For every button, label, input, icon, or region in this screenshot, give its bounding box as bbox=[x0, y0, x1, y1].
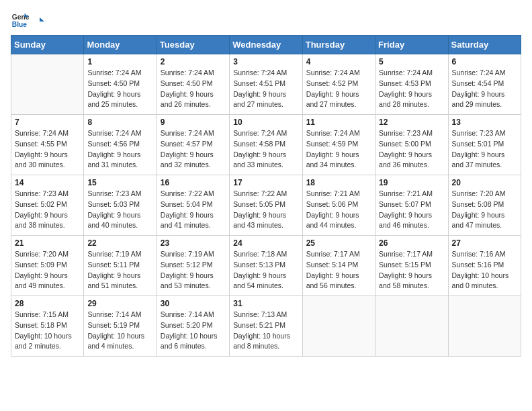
day-info: Sunrise: 7:23 AMSunset: 5:01 PMDaylight:… bbox=[452, 128, 517, 171]
day-number: 19 bbox=[379, 178, 444, 187]
calendar-cell: 3Sunrise: 7:24 AMSunset: 4:51 PMDaylight… bbox=[230, 54, 302, 115]
day-info: Sunrise: 7:24 AMSunset: 4:52 PMDaylight:… bbox=[306, 68, 371, 110]
calendar-cell: 9Sunrise: 7:24 AMSunset: 4:57 PMDaylight… bbox=[157, 115, 229, 175]
calendar-cell: 18Sunrise: 7:21 AMSunset: 5:06 PMDayligh… bbox=[302, 175, 375, 236]
calendar-cell: 16Sunrise: 7:22 AMSunset: 5:04 PMDayligh… bbox=[157, 175, 229, 236]
day-number: 31 bbox=[233, 299, 298, 308]
calendar-cell: 19Sunrise: 7:21 AMSunset: 5:07 PMDayligh… bbox=[375, 175, 448, 236]
weekday-header-saturday: Saturday bbox=[448, 36, 521, 54]
day-info: Sunrise: 7:24 AMSunset: 4:55 PMDaylight:… bbox=[15, 128, 80, 171]
calendar-cell: 5Sunrise: 7:24 AMSunset: 4:53 PMDaylight… bbox=[375, 54, 448, 115]
calendar-cell bbox=[11, 54, 84, 115]
week-row-2: 7Sunrise: 7:24 AMSunset: 4:55 PMDaylight… bbox=[11, 115, 521, 175]
logo-arrow-icon bbox=[34, 15, 46, 28]
day-info: Sunrise: 7:17 AMSunset: 5:14 PMDaylight:… bbox=[306, 249, 371, 291]
day-info: Sunrise: 7:24 AMSunset: 4:57 PMDaylight:… bbox=[161, 128, 226, 171]
day-number: 21 bbox=[15, 238, 80, 248]
calendar-cell: 26Sunrise: 7:17 AMSunset: 5:15 PMDayligh… bbox=[375, 236, 448, 296]
calendar-cell bbox=[448, 296, 521, 357]
day-info: Sunrise: 7:24 AMSunset: 4:50 PMDaylight:… bbox=[161, 68, 226, 110]
day-number: 8 bbox=[87, 118, 152, 127]
day-number: 1 bbox=[87, 57, 152, 66]
day-info: Sunrise: 7:23 AMSunset: 5:02 PMDaylight:… bbox=[15, 189, 80, 231]
day-number: 25 bbox=[306, 238, 371, 248]
calendar-cell: 21Sunrise: 7:20 AMSunset: 5:09 PMDayligh… bbox=[11, 236, 84, 296]
day-number: 23 bbox=[161, 238, 226, 248]
calendar-cell: 20Sunrise: 7:20 AMSunset: 5:08 PMDayligh… bbox=[448, 175, 521, 236]
day-info: Sunrise: 7:24 AMSunset: 4:59 PMDaylight:… bbox=[306, 128, 371, 171]
calendar-cell: 25Sunrise: 7:17 AMSunset: 5:14 PMDayligh… bbox=[302, 236, 375, 296]
logo: General Blue bbox=[11, 11, 46, 30]
week-row-4: 21Sunrise: 7:20 AMSunset: 5:09 PMDayligh… bbox=[11, 236, 521, 296]
day-info: Sunrise: 7:24 AMSunset: 4:58 PMDaylight:… bbox=[233, 128, 298, 171]
calendar-cell: 8Sunrise: 7:24 AMSunset: 4:56 PMDaylight… bbox=[84, 115, 157, 175]
day-info: Sunrise: 7:24 AMSunset: 4:51 PMDaylight:… bbox=[233, 68, 298, 110]
calendar-cell bbox=[302, 296, 375, 357]
calendar-cell: 6Sunrise: 7:24 AMSunset: 4:54 PMDaylight… bbox=[448, 54, 521, 115]
day-number: 11 bbox=[306, 118, 371, 127]
day-info: Sunrise: 7:24 AMSunset: 4:50 PMDaylight:… bbox=[87, 68, 152, 110]
calendar-cell: 14Sunrise: 7:23 AMSunset: 5:02 PMDayligh… bbox=[11, 175, 84, 236]
day-info: Sunrise: 7:24 AMSunset: 4:56 PMDaylight:… bbox=[87, 128, 152, 171]
svg-text:Blue: Blue bbox=[12, 21, 28, 28]
day-number: 7 bbox=[15, 118, 80, 127]
calendar-cell: 31Sunrise: 7:13 AMSunset: 5:21 PMDayligh… bbox=[230, 296, 302, 357]
calendar-cell: 13Sunrise: 7:23 AMSunset: 5:01 PMDayligh… bbox=[448, 115, 521, 175]
day-number: 22 bbox=[87, 238, 152, 248]
day-number: 14 bbox=[15, 178, 80, 187]
day-info: Sunrise: 7:19 AMSunset: 5:11 PMDaylight:… bbox=[87, 249, 152, 291]
day-number: 13 bbox=[452, 118, 517, 127]
calendar-cell: 11Sunrise: 7:24 AMSunset: 4:59 PMDayligh… bbox=[302, 115, 375, 175]
calendar-cell: 17Sunrise: 7:22 AMSunset: 5:05 PMDayligh… bbox=[230, 175, 302, 236]
day-number: 10 bbox=[233, 118, 298, 127]
calendar-cell: 27Sunrise: 7:16 AMSunset: 5:16 PMDayligh… bbox=[448, 236, 521, 296]
calendar-cell: 28Sunrise: 7:15 AMSunset: 5:18 PMDayligh… bbox=[11, 296, 84, 357]
page-header: General Blue bbox=[11, 11, 521, 30]
weekday-header-monday: Monday bbox=[84, 36, 157, 54]
svg-text:General: General bbox=[12, 13, 30, 21]
day-info: Sunrise: 7:20 AMSunset: 5:09 PMDaylight:… bbox=[15, 249, 80, 291]
day-number: 16 bbox=[161, 178, 226, 187]
calendar-cell: 10Sunrise: 7:24 AMSunset: 4:58 PMDayligh… bbox=[230, 115, 302, 175]
day-info: Sunrise: 7:24 AMSunset: 4:54 PMDaylight:… bbox=[452, 68, 517, 110]
day-number: 29 bbox=[87, 299, 152, 308]
calendar-cell bbox=[375, 296, 448, 357]
calendar-cell: 22Sunrise: 7:19 AMSunset: 5:11 PMDayligh… bbox=[84, 236, 157, 296]
calendar-cell: 24Sunrise: 7:18 AMSunset: 5:13 PMDayligh… bbox=[230, 236, 302, 296]
day-number: 28 bbox=[15, 299, 80, 308]
day-number: 18 bbox=[306, 178, 371, 187]
day-number: 12 bbox=[379, 118, 444, 127]
calendar-cell: 29Sunrise: 7:14 AMSunset: 5:19 PMDayligh… bbox=[84, 296, 157, 357]
weekday-header-sunday: Sunday bbox=[11, 36, 84, 54]
day-info: Sunrise: 7:19 AMSunset: 5:12 PMDaylight:… bbox=[161, 249, 226, 291]
day-number: 24 bbox=[233, 238, 298, 248]
calendar-cell: 1Sunrise: 7:24 AMSunset: 4:50 PMDaylight… bbox=[84, 54, 157, 115]
day-number: 20 bbox=[452, 178, 517, 187]
weekday-header-wednesday: Wednesday bbox=[230, 36, 302, 54]
day-number: 26 bbox=[379, 238, 444, 248]
svg-marker-4 bbox=[40, 17, 44, 21]
day-info: Sunrise: 7:14 AMSunset: 5:20 PMDaylight:… bbox=[161, 310, 226, 352]
weekday-header-tuesday: Tuesday bbox=[157, 36, 229, 54]
day-info: Sunrise: 7:22 AMSunset: 5:05 PMDaylight:… bbox=[233, 189, 298, 231]
day-info: Sunrise: 7:22 AMSunset: 5:04 PMDaylight:… bbox=[161, 189, 226, 231]
day-info: Sunrise: 7:14 AMSunset: 5:19 PMDaylight:… bbox=[87, 310, 152, 352]
calendar-cell: 30Sunrise: 7:14 AMSunset: 5:20 PMDayligh… bbox=[157, 296, 229, 357]
calendar-cell: 12Sunrise: 7:23 AMSunset: 5:00 PMDayligh… bbox=[375, 115, 448, 175]
day-number: 5 bbox=[379, 57, 444, 66]
day-info: Sunrise: 7:24 AMSunset: 4:53 PMDaylight:… bbox=[379, 68, 444, 110]
day-info: Sunrise: 7:13 AMSunset: 5:21 PMDaylight:… bbox=[233, 310, 298, 352]
calendar-cell: 2Sunrise: 7:24 AMSunset: 4:50 PMDaylight… bbox=[157, 54, 229, 115]
day-number: 9 bbox=[161, 118, 226, 127]
day-info: Sunrise: 7:21 AMSunset: 5:06 PMDaylight:… bbox=[306, 189, 371, 231]
day-number: 3 bbox=[233, 57, 298, 66]
day-info: Sunrise: 7:17 AMSunset: 5:15 PMDaylight:… bbox=[379, 249, 444, 291]
day-info: Sunrise: 7:18 AMSunset: 5:13 PMDaylight:… bbox=[233, 249, 298, 291]
day-number: 15 bbox=[87, 178, 152, 187]
day-info: Sunrise: 7:21 AMSunset: 5:07 PMDaylight:… bbox=[379, 189, 444, 231]
week-row-1: 1Sunrise: 7:24 AMSunset: 4:50 PMDaylight… bbox=[11, 54, 521, 115]
day-info: Sunrise: 7:23 AMSunset: 5:03 PMDaylight:… bbox=[87, 189, 152, 231]
week-row-3: 14Sunrise: 7:23 AMSunset: 5:02 PMDayligh… bbox=[11, 175, 521, 236]
weekday-header-thursday: Thursday bbox=[302, 36, 375, 54]
day-info: Sunrise: 7:23 AMSunset: 5:00 PMDaylight:… bbox=[379, 128, 444, 171]
